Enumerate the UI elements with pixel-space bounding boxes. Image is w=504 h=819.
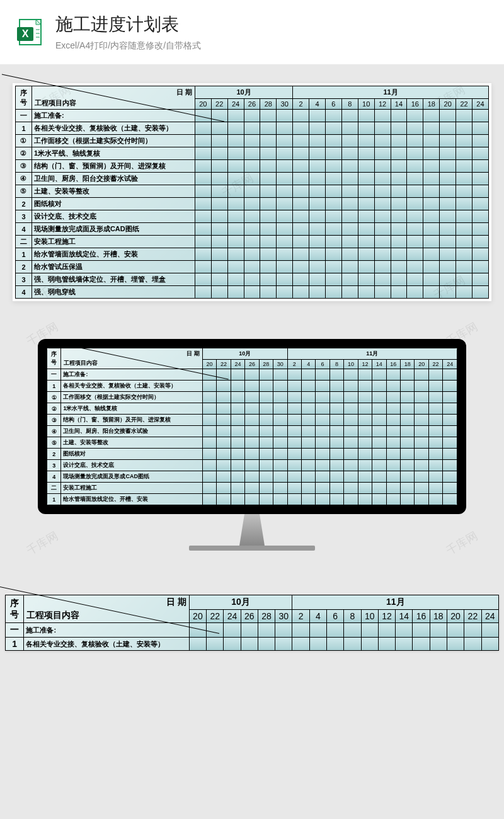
grid-cell	[258, 623, 275, 638]
grid-cell	[407, 110, 423, 122]
grid-cell	[287, 449, 301, 460]
grid-cell	[344, 623, 361, 638]
grid-cell	[227, 160, 244, 173]
grid-cell	[472, 110, 488, 122]
watermark: 千库网	[24, 528, 61, 558]
grid-cell	[244, 110, 260, 122]
grid-cell	[344, 638, 361, 651]
grid-cell	[391, 273, 407, 286]
row-content: 给水管墙面放线定位、开槽、安装	[61, 494, 202, 505]
grid-cell	[245, 403, 259, 415]
grid-cell	[195, 236, 211, 248]
grid-cell	[325, 273, 341, 286]
grid-cell	[423, 273, 440, 286]
grid-cell	[358, 494, 372, 505]
grid-cell	[358, 426, 372, 437]
grid-cell	[344, 392, 358, 403]
grid-cell	[372, 437, 386, 449]
row-seq: ③	[47, 415, 61, 426]
grid-cell	[401, 437, 415, 449]
grid-cell	[472, 160, 488, 173]
grid-cell	[202, 460, 216, 471]
grid-cell	[440, 122, 456, 135]
grid-cell	[407, 135, 423, 147]
day-header: 12	[374, 99, 391, 110]
day-header: 28	[259, 360, 273, 369]
grid-cell	[329, 403, 343, 415]
grid-cell	[244, 122, 260, 135]
day-header: 22	[207, 610, 224, 623]
grid-cell	[456, 273, 472, 286]
grid-cell	[443, 392, 457, 403]
grid-cell	[277, 122, 293, 135]
grid-cell	[358, 135, 374, 147]
grid-cell	[440, 110, 456, 122]
row-content: 工作面移交（根据土建实际交付时间）	[61, 392, 202, 403]
grid-cell	[244, 223, 260, 236]
grid-cell	[344, 426, 358, 437]
grid-cell	[423, 248, 440, 261]
grid-cell	[341, 135, 358, 147]
grid-cell	[309, 110, 326, 122]
row-content: 强、弱电管线墙体定位、开槽、埋管、埋盒	[32, 273, 195, 286]
grid-cell	[374, 185, 391, 198]
grid-cell	[293, 122, 309, 135]
grid-cell	[358, 110, 374, 122]
grid-cell	[415, 381, 428, 392]
grid-cell	[325, 147, 341, 160]
grid-cell	[273, 437, 287, 449]
grid-cell	[358, 122, 374, 135]
grid-cell	[341, 273, 358, 286]
row-seq: 1	[16, 122, 32, 135]
grid-cell	[443, 483, 457, 494]
row-seq: 2	[16, 261, 32, 273]
grid-cell	[245, 392, 259, 403]
grid-cell	[440, 147, 456, 160]
row-seq: 一	[16, 110, 32, 122]
row-seq: 二	[47, 483, 61, 494]
excel-icon: X	[16, 17, 46, 47]
grid-cell	[227, 122, 244, 135]
grid-cell	[259, 471, 273, 483]
grid-cell	[260, 261, 277, 273]
grid-cell	[287, 471, 301, 483]
grid-cell	[386, 426, 400, 437]
grid-cell	[423, 198, 440, 210]
day-header: 2	[287, 360, 301, 369]
grid-cell	[456, 210, 472, 223]
grid-cell	[211, 173, 227, 185]
grid-cell	[341, 160, 358, 173]
grid-cell	[372, 426, 386, 437]
grid-cell	[217, 483, 231, 494]
grid-cell	[344, 381, 358, 392]
day-header: 28	[260, 99, 277, 110]
grid-cell	[309, 135, 326, 147]
grid-cell	[472, 223, 488, 236]
grid-cell	[227, 223, 244, 236]
grid-cell	[391, 185, 407, 198]
grid-cell	[244, 248, 260, 261]
grid-cell	[227, 261, 244, 273]
row-seq: 4	[16, 223, 32, 236]
day-header: 26	[241, 610, 258, 623]
day-header: 18	[401, 360, 415, 369]
grid-cell	[211, 147, 227, 160]
grid-cell	[227, 273, 244, 286]
grid-cell	[329, 369, 343, 381]
grid-cell	[440, 198, 456, 210]
grid-cell	[287, 392, 301, 403]
grid-cell	[259, 392, 273, 403]
grid-cell	[428, 494, 442, 505]
day-header: 4	[309, 610, 326, 623]
grid-cell	[217, 449, 231, 460]
grid-cell	[329, 483, 343, 494]
row-content: 卫生间、厨房、阳台交接蓄水试验	[61, 426, 202, 437]
day-header: 4	[309, 99, 326, 110]
grid-cell	[309, 147, 326, 160]
grid-cell	[374, 147, 391, 160]
grid-cell	[277, 210, 293, 223]
grid-cell	[456, 173, 472, 185]
grid-cell	[231, 471, 244, 483]
grid-cell	[325, 185, 341, 198]
grid-cell	[287, 403, 301, 415]
